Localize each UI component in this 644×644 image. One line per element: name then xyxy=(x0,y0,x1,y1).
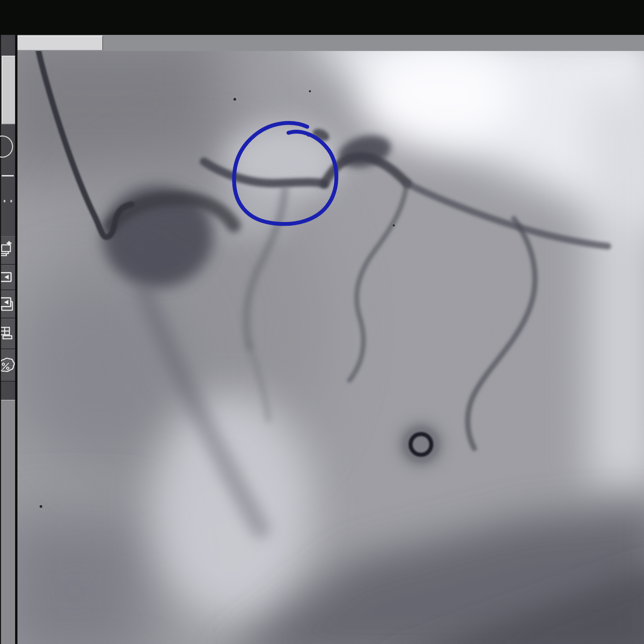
button-stack xyxy=(1,236,16,382)
dial-icon[interactable] xyxy=(0,136,13,158)
preset-panel[interactable] xyxy=(2,56,15,124)
add-images-icon xyxy=(1,241,12,260)
preset-number xyxy=(2,56,15,58)
percentage-button[interactable] xyxy=(1,350,16,382)
monitor-photo xyxy=(0,0,644,644)
sidebar-lower-panel xyxy=(1,400,16,644)
add-images-button[interactable] xyxy=(1,236,16,265)
bezel-top xyxy=(0,0,644,35)
tick-mark xyxy=(4,200,5,202)
frame-step-back-icon xyxy=(1,270,13,284)
angiogram-image xyxy=(17,51,644,644)
layout-grid-icon xyxy=(1,326,14,341)
multi-frame-step-back-button[interactable] xyxy=(1,290,16,319)
tab-bar xyxy=(15,35,644,52)
toolbar-sidebar xyxy=(0,35,15,644)
panel-divider xyxy=(15,32,17,644)
frame-step-back-button[interactable] xyxy=(1,265,16,290)
ring-marker xyxy=(399,422,443,467)
dial-underline xyxy=(2,175,14,176)
angiogram-viewport xyxy=(17,51,644,644)
tab-acquisition[interactable] xyxy=(15,36,103,50)
tick-mark xyxy=(10,200,12,202)
percentage-blob-icon xyxy=(1,356,15,374)
multi-frame-step-back-icon xyxy=(1,296,13,312)
layout-grid-button[interactable] xyxy=(1,319,16,350)
